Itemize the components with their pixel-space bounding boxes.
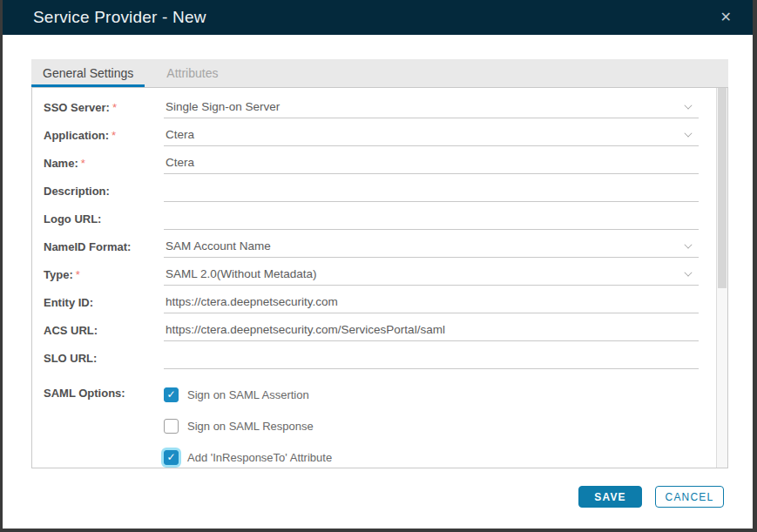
field-input[interactable]	[164, 347, 699, 369]
form-row: Logo URL:*	[44, 205, 727, 232]
saml-options-section: SAML Options: ✓ Sign on SAML Assertion S…	[32, 372, 727, 468]
form-row: SLO URL:*	[44, 344, 727, 372]
field-input[interactable]: SAM Account Name	[164, 235, 699, 258]
form-row: SSO Server:* Single Sign-on Server	[44, 93, 727, 121]
form-row: Entity ID:* https://ctera.deepnetsecurit…	[44, 288, 727, 316]
checkbox-label: Add 'InResponseTo' Attribute	[187, 451, 332, 464]
field-label-text: Type:	[44, 268, 73, 281]
field-value: https://ctera.deepnetsecurity.com/Servic…	[166, 323, 445, 336]
chevron-down-icon	[684, 240, 692, 248]
field-label-text: Application:	[44, 129, 109, 142]
required-asterisk: *	[112, 129, 116, 142]
form-row: Application:* Ctera	[44, 121, 727, 149]
scrollbar-thumb[interactable]	[718, 88, 727, 288]
field-label-text: SLO URL:	[44, 352, 97, 365]
field-label: ACS URL:*	[44, 324, 164, 337]
field-value: Ctera	[166, 128, 194, 141]
field-label: Description:*	[44, 185, 164, 198]
form-row: ACS URL:* https://ctera.deepnetsecurity.…	[44, 316, 727, 344]
field-input[interactable]: Ctera	[164, 124, 699, 146]
chevron-down-icon	[684, 268, 692, 276]
saml-options-label: SAML Options:	[44, 379, 164, 468]
field-input[interactable]	[164, 207, 699, 230]
dialog-footer: SAVE CANCEL	[578, 486, 724, 508]
form-fields: SSO Server:* Single Sign-on Server Appli…	[32, 88, 727, 372]
save-button[interactable]: SAVE	[578, 486, 642, 508]
field-label-text: Logo URL:	[44, 212, 101, 226]
chevron-down-icon	[684, 129, 692, 137]
field-value: Single Sign-on Server	[166, 100, 280, 113]
checkbox-label: Sign on SAML Assertion	[187, 388, 309, 401]
dialog-titlebar: Service Provider - New ✕	[3, 0, 753, 35]
tab-general-settings[interactable]: General Settings	[31, 59, 145, 87]
dialog-title: Service Provider - New	[33, 8, 717, 27]
field-label: Application:*	[44, 129, 164, 142]
vertical-scrollbar[interactable]	[716, 88, 727, 468]
checkbox-label: Sign on SAML Response	[187, 420, 314, 433]
field-label-text: SSO Server:	[44, 101, 110, 114]
form-row: Type:* SAML 2.0(Without Metadata)	[44, 260, 727, 288]
checkbox-row: ✓ Add 'InResponseTo' Attribute	[164, 441, 332, 468]
form-row: NameID Format:* SAM Account Name	[44, 232, 727, 260]
form-row: Description:*	[44, 177, 727, 205]
field-value: Ctera	[166, 156, 194, 169]
field-label-text: Entity ID:	[44, 296, 93, 309]
cancel-button[interactable]: CANCEL	[655, 486, 724, 508]
field-label-text: Name:	[44, 157, 78, 170]
field-label-text: NameID Format:	[44, 240, 131, 253]
checkbox[interactable]: ✓	[164, 450, 179, 465]
field-input[interactable]: Ctera	[164, 152, 699, 174]
tab-label: General Settings	[43, 66, 133, 80]
field-label: Name:*	[44, 157, 164, 170]
field-input[interactable]: SAML 2.0(Without Metadata)	[164, 263, 699, 286]
field-label-text: ACS URL:	[44, 324, 98, 337]
required-asterisk: *	[112, 101, 117, 114]
field-label: Entity ID:*	[44, 296, 164, 309]
required-asterisk: *	[81, 157, 85, 170]
tab-strip: General Settings Attributes	[31, 59, 728, 87]
field-value: https://ctera.deepnetsecurity.com	[166, 295, 338, 308]
field-label: NameID Format:*	[44, 240, 164, 253]
field-value: SAM Account Name	[166, 239, 271, 253]
field-value: SAML 2.0(Without Metadata)	[166, 267, 317, 280]
field-input[interactable]: Single Sign-on Server	[164, 96, 699, 118]
tab-attributes[interactable]: Attributes	[155, 59, 229, 87]
tab-label: Attributes	[166, 66, 218, 80]
field-label: SLO URL:*	[44, 352, 164, 365]
required-asterisk: *	[76, 268, 80, 281]
service-provider-dialog: Service Provider - New ✕ General Setting…	[3, 0, 753, 529]
saml-options-checkboxes: ✓ Sign on SAML Assertion Sign on SAML Re…	[164, 379, 332, 468]
chevron-down-icon	[684, 101, 692, 109]
form-row: Name:* Ctera	[44, 149, 727, 177]
general-settings-panel: SSO Server:* Single Sign-on Server Appli…	[31, 87, 728, 468]
checkbox-row: ✓ Sign on SAML Assertion	[164, 379, 332, 410]
checkbox[interactable]: ✓	[164, 387, 179, 402]
field-label: Type:*	[44, 268, 164, 281]
field-input[interactable]	[164, 179, 699, 202]
close-icon[interactable]: ✕	[717, 9, 735, 26]
field-label: Logo URL:*	[44, 212, 164, 226]
field-label-text: Description:	[44, 185, 110, 198]
field-label: SSO Server:*	[44, 101, 164, 114]
field-input[interactable]: https://ctera.deepnetsecurity.com/Servic…	[164, 319, 699, 341]
checkbox[interactable]	[164, 419, 179, 434]
field-input[interactable]: https://ctera.deepnetsecurity.com	[164, 291, 699, 313]
checkbox-row: Sign on SAML Response	[164, 410, 332, 441]
